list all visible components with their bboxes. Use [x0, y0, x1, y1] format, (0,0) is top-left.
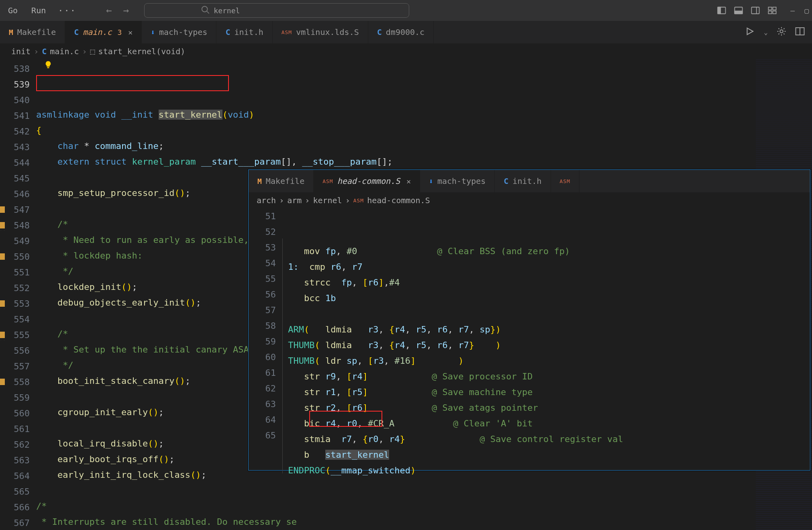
tab-mach-types[interactable]: ⬇mach-types — [142, 21, 216, 43]
line-gutter-peek[interactable]: 515253545556575859606162636465 — [249, 208, 282, 470]
c-file-icon: C — [42, 47, 47, 56]
asm-file-icon: ASM — [560, 178, 570, 184]
toggle-primary-sidebar-icon[interactable] — [717, 6, 726, 15]
split-editor-icon[interactable] — [795, 26, 805, 38]
peek-tab-mach-types[interactable]: ⬇mach-types — [420, 170, 495, 192]
peek-tab-makefile[interactable]: MMakefile — [249, 170, 314, 192]
svg-rect-10 — [769, 11, 772, 14]
titlebar: Go Run ··· ← → kernel — ▢ — [0, 0, 812, 21]
toggle-secondary-sidebar-icon[interactable] — [751, 6, 760, 15]
search-value: kernel — [214, 6, 240, 15]
highlight-box-start-kernel — [36, 75, 229, 91]
search-icon — [201, 5, 210, 16]
breadcrumb-peek[interactable]: arch›arm›kernel›ASMhead-common.S — [249, 192, 810, 208]
tab-label: init.h — [512, 176, 541, 186]
peek-tab-head-common-s[interactable]: ASMhead-common.S✕ — [314, 170, 420, 192]
c-file-icon: C — [377, 27, 382, 37]
chevron-down-icon[interactable]: ⌄ — [764, 29, 768, 36]
svg-rect-5 — [735, 11, 743, 14]
command-center-search[interactable]: kernel — [144, 3, 409, 18]
tab-init-h[interactable]: Cinit.h — [216, 21, 272, 43]
svg-rect-8 — [769, 7, 772, 10]
tab-label: mach-types — [437, 176, 486, 186]
line-gutter[interactable]: 5385395405415425435445455465475485495505… — [0, 59, 36, 530]
symbol-icon: ⬚ — [90, 47, 95, 56]
peek-tab-more[interactable]: ASM — [551, 170, 579, 192]
breadcrumb-symbol[interactable]: start_kernel(void) — [98, 47, 186, 56]
peek-tab-init-h[interactable]: Cinit.h — [495, 170, 551, 192]
breadcrumb-segment[interactable]: init — [11, 47, 31, 56]
tab-label: vmlinux.lds.S — [296, 27, 359, 37]
forward-arrow-icon[interactable]: → — [123, 5, 129, 16]
tab-label: Makefile — [17, 27, 56, 37]
close-icon[interactable]: ✕ — [128, 28, 133, 37]
tab-vmlinux-lds-s[interactable]: ASMvmlinux.lds.S — [273, 21, 368, 43]
peek-editor-panel: MMakefileASMhead-common.S✕⬇mach-typesCin… — [248, 169, 810, 471]
layout-controls — [717, 6, 777, 15]
svg-point-13 — [780, 30, 783, 33]
makefile-icon: M — [257, 177, 262, 186]
breadcrumb-segment[interactable]: kernel — [313, 196, 342, 205]
breadcrumb-file[interactable]: main.c — [50, 47, 79, 56]
asm-file-icon: ASM — [322, 178, 333, 184]
tab-problem-count: 3 — [117, 28, 122, 37]
svg-line-1 — [207, 11, 209, 14]
tab-makefile[interactable]: MMakefile — [0, 21, 65, 43]
svg-point-0 — [202, 6, 208, 12]
toggle-panel-icon[interactable] — [734, 6, 743, 15]
menu-go[interactable]: Go — [3, 4, 22, 17]
breadcrumb-segment[interactable]: arch — [257, 196, 276, 205]
breadcrumb-file[interactable]: head-common.S — [367, 196, 430, 205]
close-icon[interactable]: ✕ — [406, 177, 411, 186]
editor-tabs-peek: MMakefileASMhead-common.S✕⬇mach-typesCin… — [249, 170, 810, 192]
tab-label: init.h — [234, 27, 263, 37]
c-file-icon: C — [225, 27, 230, 37]
tab-label: Makefile — [266, 176, 304, 186]
tab-label: mach-types — [159, 27, 207, 37]
asm-file-icon: ASM — [353, 198, 364, 204]
editor-tabs-main: MMakefileCmain.c3✕⬇mach-typesCinit.hASMv… — [0, 21, 812, 43]
makefile-icon: M — [9, 28, 13, 37]
code-area-peek[interactable]: mov fp, #0 @ Clear BSS (and zero fp) 1: … — [282, 208, 810, 470]
breadcrumb-segment[interactable]: arm — [287, 196, 302, 205]
window-maximize-icon[interactable]: ▢ — [804, 6, 809, 15]
c-file-icon: C — [74, 27, 79, 37]
tab-row-actions: ⌄ — [745, 21, 812, 43]
asm-file-icon: ASM — [282, 29, 292, 35]
menu-run[interactable]: Run — [27, 4, 51, 17]
tab-label: dm9000.c — [386, 27, 424, 37]
svg-rect-6 — [752, 7, 759, 14]
svg-rect-3 — [718, 7, 721, 14]
menu-more-icon[interactable]: ··· — [55, 6, 80, 16]
svg-rect-11 — [773, 11, 776, 14]
back-arrow-icon[interactable]: ← — [106, 5, 112, 16]
breadcrumb-main[interactable]: init›Cmain.c›⬚start_kernel(void) — [0, 43, 812, 59]
tab-label: head-common.S — [337, 176, 400, 186]
tab-dm9000-c[interactable]: Cdm9000.c — [368, 21, 434, 43]
window-minimize-icon[interactable]: — — [790, 6, 795, 15]
tab-label: main.c — [83, 27, 112, 37]
svg-marker-12 — [747, 28, 753, 34]
download-arrow-icon: ⬇ — [429, 177, 433, 186]
c-file-icon: C — [504, 176, 508, 186]
run-debug-icon[interactable] — [745, 26, 755, 39]
svg-rect-9 — [773, 7, 776, 10]
customize-layout-icon[interactable] — [768, 6, 777, 15]
tab-main-c[interactable]: Cmain.c3✕ — [65, 21, 142, 43]
settings-gear-icon[interactable] — [777, 26, 786, 38]
nav-arrows: ← → — [106, 5, 129, 16]
download-arrow-icon: ⬇ — [151, 28, 155, 37]
